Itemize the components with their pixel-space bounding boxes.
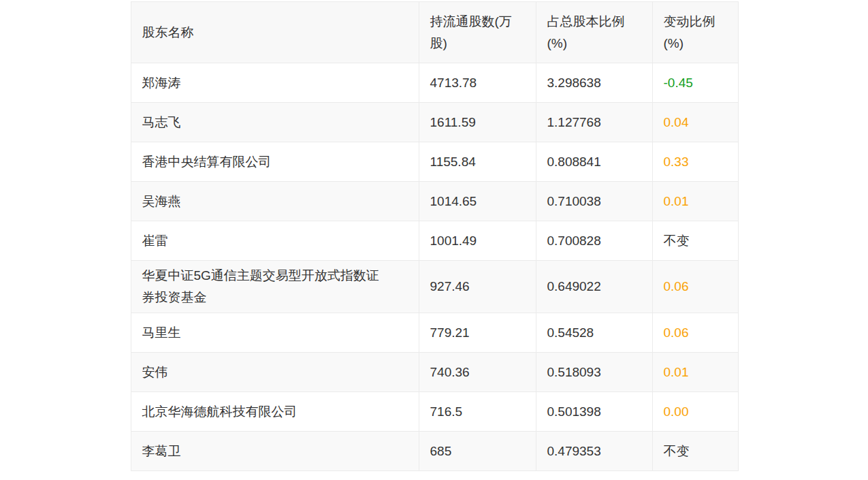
shares-cell: 1001.49 (419, 221, 536, 261)
shares-cell: 779.21 (419, 313, 536, 353)
shares-cell: 1611.59 (419, 103, 536, 142)
shareholder-name-cell: 马志飞 (131, 103, 419, 142)
table-row: 北京华海德航科技有限公司 716.5 0.501398 0.00 (131, 392, 738, 432)
shareholder-table-container: 股东名称 持流通股数(万 股) 占总股本比例 (%) 变动比例 (%) 郑海涛 … (131, 0, 738, 471)
shareholder-name-cell: 安伟 (131, 353, 419, 392)
col-header-shares-held: 持流通股数(万 股) (419, 2, 536, 63)
pct-cell: 1.127768 (536, 103, 652, 142)
table-row: 李葛卫 685 0.479353 不变 (131, 432, 738, 471)
change-cell: 0.01 (652, 182, 738, 221)
shareholder-table: 股东名称 持流通股数(万 股) 占总股本比例 (%) 变动比例 (%) 郑海涛 … (131, 1, 739, 471)
pct-cell: 0.54528 (536, 313, 652, 353)
shares-cell: 4713.78 (419, 63, 536, 103)
col-header-shareholder-name: 股东名称 (131, 2, 419, 63)
shares-cell: 685 (419, 432, 536, 471)
table-row: 香港中央结算有限公司 1155.84 0.808841 0.33 (131, 142, 738, 182)
pct-cell: 0.518093 (536, 353, 652, 392)
shares-cell: 927.46 (419, 261, 536, 313)
change-cell: 0.06 (652, 313, 738, 353)
pct-cell: 0.479353 (536, 432, 652, 471)
shareholder-name-cell: 崔雷 (131, 221, 419, 261)
col-header-pct-of-capital: 占总股本比例 (%) (536, 2, 652, 63)
col-header-change-ratio: 变动比例 (%) (652, 2, 738, 63)
change-cell: 不变 (652, 221, 738, 261)
pct-cell: 0.808841 (536, 142, 652, 182)
shareholder-name-cell: 华夏中证5G通信主题交易型开放式指数证 券投资基金 (131, 261, 419, 313)
shareholder-name-cell: 郑海涛 (131, 63, 419, 103)
shareholder-name-cell: 李葛卫 (131, 432, 419, 471)
change-cell: 0.00 (652, 392, 738, 432)
pct-cell: 0.649022 (536, 261, 652, 313)
table-row: 华夏中证5G通信主题交易型开放式指数证 券投资基金 927.46 0.64902… (131, 261, 738, 313)
pct-cell: 0.700828 (536, 221, 652, 261)
change-cell: 0.04 (652, 103, 738, 142)
change-cell: 0.01 (652, 353, 738, 392)
pct-cell: 0.710038 (536, 182, 652, 221)
shares-cell: 1155.84 (419, 142, 536, 182)
table-row: 马志飞 1611.59 1.127768 0.04 (131, 103, 738, 142)
table-row: 吴海燕 1014.65 0.710038 0.01 (131, 182, 738, 221)
change-cell: 0.33 (652, 142, 738, 182)
shares-cell: 716.5 (419, 392, 536, 432)
shareholder-name-cell: 吴海燕 (131, 182, 419, 221)
table-row: 马里生 779.21 0.54528 0.06 (131, 313, 738, 353)
shareholder-name-cell: 北京华海德航科技有限公司 (131, 392, 419, 432)
change-cell: 不变 (652, 432, 738, 471)
pct-cell: 0.501398 (536, 392, 652, 432)
table-row: 安伟 740.36 0.518093 0.01 (131, 353, 738, 392)
shares-cell: 1014.65 (419, 182, 536, 221)
shareholder-name-cell: 马里生 (131, 313, 419, 353)
change-cell: -0.45 (652, 63, 738, 103)
table-row: 崔雷 1001.49 0.700828 不变 (131, 221, 738, 261)
table-header-row: 股东名称 持流通股数(万 股) 占总股本比例 (%) 变动比例 (%) (131, 2, 738, 63)
change-cell: 0.06 (652, 261, 738, 313)
shares-cell: 740.36 (419, 353, 536, 392)
shareholder-name-cell: 香港中央结算有限公司 (131, 142, 419, 182)
pct-cell: 3.298638 (536, 63, 652, 103)
table-row: 郑海涛 4713.78 3.298638 -0.45 (131, 63, 738, 103)
